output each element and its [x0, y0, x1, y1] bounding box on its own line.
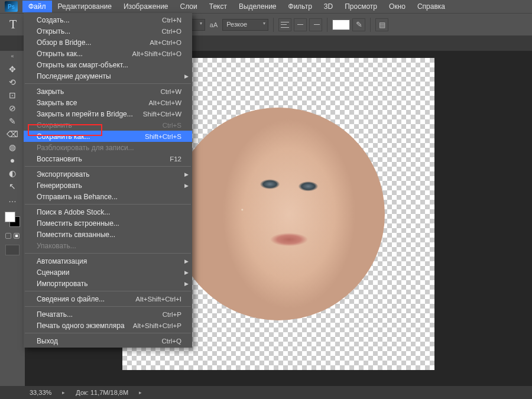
menu-item-label: Последние документы: [37, 72, 111, 80]
menu-item[interactable]: Создать...Ctrl+N: [24, 14, 192, 25]
tool-button[interactable]: ↖: [5, 180, 20, 193]
menu-item[interactable]: ВыходCtrl+Q: [24, 335, 192, 346]
aa-mode-select[interactable]: Резкое: [222, 19, 268, 31]
menu-item-label: Импортировать: [37, 280, 87, 288]
tool-button[interactable]: ◐: [5, 167, 20, 180]
tool-button[interactable]: ◍: [5, 141, 20, 154]
menu-item[interactable]: ВосстановитьF12: [24, 153, 192, 164]
tool-button[interactable]: ⊘: [5, 102, 20, 115]
warp-text-button[interactable]: ✎: [352, 18, 365, 31]
align-left-button[interactable]: [278, 18, 291, 31]
menu-текст[interactable]: Текст: [203, 1, 233, 12]
align-center-button[interactable]: [294, 18, 307, 31]
menu-item[interactable]: Открыть как...Alt+Shift+Ctrl+O: [24, 48, 192, 59]
menu-item[interactable]: Экспортировать▶: [24, 168, 192, 180]
menu-редактирование[interactable]: Редактирование: [52, 1, 118, 12]
text-color-swatch[interactable]: [332, 20, 350, 30]
menu-item[interactable]: Автоматизация▶: [24, 255, 192, 267]
menu-фильтр[interactable]: Фильтр: [283, 1, 318, 12]
menu-separator: [25, 306, 191, 307]
menu-separator: [25, 333, 191, 333]
tool-button[interactable]: …: [5, 193, 20, 206]
menu-item-label: Упаковать...: [37, 242, 76, 250]
menu-item[interactable]: Сохранить как...Shift+Ctrl+S: [24, 131, 192, 142]
tool-button[interactable]: ✎: [5, 115, 20, 128]
tool-button[interactable]: ⊡: [5, 89, 20, 102]
chevron-right-icon: ▶: [184, 281, 189, 287]
menu-item: Разблокировать для записи...: [24, 142, 192, 153]
menu-item[interactable]: Сведения о файле...Alt+Shift+Ctrl+I: [24, 293, 192, 304]
menu-item[interactable]: Открыть...Ctrl+O: [24, 25, 192, 37]
mask-mode-icons[interactable]: [5, 233, 20, 239]
menu-item-label: Выход: [37, 337, 58, 345]
paragraph-panel-button[interactable]: ▤: [375, 18, 388, 31]
collapse-icon[interactable]: «: [11, 53, 14, 59]
menu-item[interactable]: Открыть как смарт-объект...: [24, 59, 192, 70]
screen-mode-button[interactable]: [5, 245, 20, 255]
menu-item[interactable]: Обзор в Bridge...Alt+Ctrl+O: [24, 37, 192, 48]
menu-item[interactable]: Печатать...Ctrl+P: [24, 309, 192, 320]
toolbox: « ✥⟲⊡⊘✎⌫◍●◐↖…: [0, 51, 25, 386]
menu-item-shortcut: Alt+Shift+Ctrl+I: [135, 296, 181, 303]
chevron-right-icon[interactable]: ▸: [139, 390, 142, 395]
tool-button[interactable]: ⌫: [5, 128, 20, 141]
menu-item-label: Закрыть все: [37, 99, 77, 107]
menu-item[interactable]: Закрыть всеAlt+Ctrl+W: [24, 97, 192, 108]
menu-выделение[interactable]: Выделение: [233, 1, 283, 12]
image-content: [172, 108, 385, 320]
menu-bar: Ps ФайлРедактированиеИзображениеСлоиТекс…: [0, 0, 532, 13]
menu-item[interactable]: Сценарии▶: [24, 267, 192, 278]
menu-item-label: Генерировать: [37, 181, 82, 190]
menu-item-shortcut: Ctrl+S: [163, 122, 181, 129]
menu-item-shortcut: Ctrl+P: [163, 311, 181, 318]
menu-item[interactable]: Отправить на Behance...: [24, 191, 192, 202]
tool-button[interactable]: ✥: [5, 63, 20, 76]
menu-item[interactable]: Последние документы▶: [24, 70, 192, 82]
separator: [327, 18, 327, 32]
menu-item-label: Закрыть и перейти в Bridge...: [37, 110, 133, 118]
menu-item-label: Создать...: [37, 16, 70, 24]
foreground-color-swatch[interactable]: [5, 212, 15, 222]
chevron-right-icon: ▶: [184, 73, 189, 79]
chevron-right-icon[interactable]: ▸: [62, 390, 65, 395]
menu-файл[interactable]: Файл: [22, 1, 52, 12]
menu-item-label: Отправить на Behance...: [37, 193, 118, 201]
menu-item[interactable]: Импортировать▶: [24, 278, 192, 289]
menu-слои[interactable]: Слои: [174, 1, 203, 12]
menu-item-label: Разблокировать для записи...: [37, 144, 134, 152]
tool-button[interactable]: ●: [5, 154, 20, 167]
aa-label: aA: [210, 21, 218, 28]
menu-окно[interactable]: Окно: [383, 1, 411, 12]
menu-изображение[interactable]: Изображение: [118, 1, 174, 12]
menu-item[interactable]: ЗакрытьCtrl+W: [24, 86, 192, 97]
menu-item[interactable]: Поиск в Adobe Stock...: [24, 206, 192, 218]
menu-item-shortcut: Alt+Shift+Ctrl+P: [133, 322, 181, 329]
menu-separator: [25, 83, 191, 84]
menu-separator: [25, 204, 191, 205]
zoom-level[interactable]: 33,33%: [30, 389, 51, 396]
menu-item-label: Сохранить как...: [37, 132, 90, 141]
menu-item-shortcut: Ctrl+Q: [161, 338, 181, 345]
menu-item-shortcut: Alt+Ctrl+W: [148, 99, 181, 106]
menu-separator: [25, 291, 191, 291]
menu-справка[interactable]: Справка: [411, 1, 451, 12]
menu-item[interactable]: Генерировать▶: [24, 180, 192, 191]
menu-3d[interactable]: 3D: [318, 1, 339, 12]
app-logo: Ps: [5, 1, 18, 12]
menu-item[interactable]: Поместить встроенные...: [24, 218, 192, 229]
menu-separator: [25, 253, 191, 254]
menu-item-label: Открыть как...: [37, 50, 83, 58]
menu-item[interactable]: Закрыть и перейти в Bridge...Shift+Ctrl+…: [24, 108, 192, 119]
menu-item[interactable]: Поместить связанные...: [24, 229, 192, 240]
menu-item-shortcut: Ctrl+N: [162, 17, 181, 24]
menu-item-shortcut: Shift+Ctrl+W: [143, 111, 181, 118]
menu-просмотр[interactable]: Просмотр: [339, 1, 383, 12]
menu-item[interactable]: Печать одного экземпляраAlt+Shift+Ctrl+P: [24, 320, 192, 331]
menu-item-label: Обзор в Bridge...: [37, 38, 91, 47]
color-swatches[interactable]: [4, 210, 21, 228]
doc-info: Док: 11,7M/18,8M: [76, 389, 128, 396]
align-right-button[interactable]: [309, 18, 322, 31]
chevron-right-icon: ▶: [184, 258, 189, 264]
tool-button[interactable]: ⟲: [5, 76, 20, 89]
menu-item-label: Открыть как смарт-объект...: [37, 61, 128, 69]
